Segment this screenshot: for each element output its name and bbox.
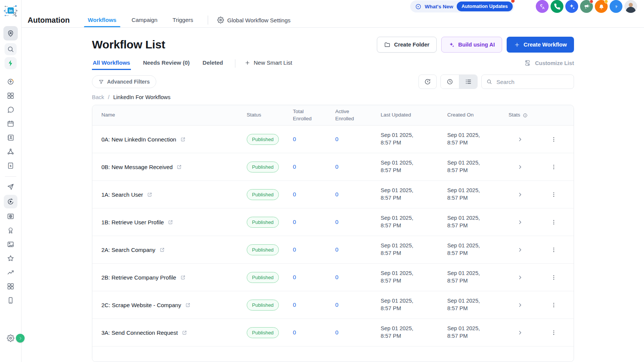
avatar[interactable] xyxy=(624,0,637,13)
page-title: Workflow List xyxy=(92,37,165,53)
external-link-icon[interactable] xyxy=(168,219,173,225)
phone-button[interactable] xyxy=(551,0,563,13)
sidebar-item-opportunities[interactable] xyxy=(5,146,17,158)
total-enrolled-link[interactable]: 0 xyxy=(293,163,296,170)
sidebar-item-contacts-pin[interactable] xyxy=(3,26,18,40)
sidebar-item-reporting[interactable] xyxy=(5,266,17,278)
total-enrolled-link[interactable]: 0 xyxy=(293,219,296,225)
stats-expand-button[interactable] xyxy=(515,134,525,144)
list-view-button[interactable] xyxy=(459,75,477,89)
external-link-icon[interactable] xyxy=(180,275,186,280)
workflow-name-link[interactable]: 1A: Search User xyxy=(101,191,143,198)
active-enrolled-link[interactable]: 0 xyxy=(335,219,338,225)
recent-view-button[interactable] xyxy=(441,75,459,89)
row-menu-button[interactable] xyxy=(548,244,559,255)
workflow-name-link[interactable]: 1B: Retrieve User Profile xyxy=(101,219,164,225)
sidebar-item-launchpad[interactable] xyxy=(5,76,17,88)
customize-list-button[interactable]: Customize List xyxy=(524,59,574,70)
active-enrolled-link[interactable]: 0 xyxy=(335,274,338,280)
external-link-icon[interactable] xyxy=(147,192,152,197)
sidebar-item-app-marketplace[interactable] xyxy=(5,280,17,292)
workflow-name-link[interactable]: 0B: New Message Received xyxy=(101,164,173,170)
bell-icon xyxy=(598,3,605,10)
sidebar-item-contacts[interactable] xyxy=(5,132,17,144)
stats-expand-button[interactable] xyxy=(515,244,525,255)
tab-deleted[interactable]: Deleted xyxy=(202,59,224,70)
search-input[interactable] xyxy=(496,78,569,85)
stats-expand-button[interactable] xyxy=(515,217,525,227)
sidebar-item-marketing-send[interactable] xyxy=(5,181,17,193)
sidebar-item-reputation[interactable] xyxy=(5,252,17,264)
stats-expand-button[interactable] xyxy=(515,272,525,283)
translate-button[interactable]: A xyxy=(536,0,549,13)
sidebar-item-media[interactable] xyxy=(5,238,17,250)
external-link-icon[interactable] xyxy=(180,137,186,142)
active-enrolled-link[interactable]: 0 xyxy=(335,329,338,336)
bell-button[interactable] xyxy=(595,0,608,13)
stats-expand-button[interactable] xyxy=(515,162,525,172)
workflow-name-link[interactable]: 2C: Scrape Website - Company xyxy=(101,302,181,308)
enrollment-history-button[interactable] xyxy=(418,75,437,89)
total-enrolled-link[interactable]: 0 xyxy=(293,329,296,336)
whats-new-pill[interactable]: What's New Automation Updates xyxy=(410,0,514,12)
external-link-icon[interactable] xyxy=(159,247,165,253)
active-enrolled-link[interactable]: 0 xyxy=(335,246,338,253)
total-enrolled-link[interactable]: 0 xyxy=(293,136,296,142)
total-enrolled-link[interactable]: 0 xyxy=(293,274,296,280)
create-workflow-button[interactable]: Create Workflow xyxy=(507,37,574,53)
sidebar-item-sites[interactable] xyxy=(5,210,17,222)
external-link-icon[interactable] xyxy=(185,302,191,308)
sidebar-expand-button[interactable] xyxy=(16,334,25,343)
sidebar-item-mobile[interactable] xyxy=(5,294,17,306)
workflow-name-link[interactable]: 2B: Retrieve Company Profile xyxy=(101,274,176,281)
new-smart-list-button[interactable]: New Smart List xyxy=(244,59,292,69)
sidebar-item-conversations[interactable] xyxy=(5,104,17,116)
tab-all-workflows[interactable]: All Workflows xyxy=(92,59,131,70)
row-menu-button[interactable] xyxy=(548,216,559,228)
automation-updates-badge[interactable]: Automation Updates xyxy=(457,2,513,11)
external-link-icon[interactable] xyxy=(176,164,182,170)
sidebar-item-search[interactable] xyxy=(5,43,17,55)
sidebar-item-memberships[interactable] xyxy=(5,224,17,236)
row-menu-button[interactable] xyxy=(548,272,559,283)
active-enrolled-link[interactable]: 0 xyxy=(335,301,338,308)
workflow-name-link[interactable]: 0A: New LinkedIn Connection xyxy=(101,136,176,143)
workflow-name-link[interactable]: 3A: Send Connection Request xyxy=(101,329,178,336)
total-enrolled-link[interactable]: 0 xyxy=(293,191,296,197)
settings-gear-icon[interactable] xyxy=(5,332,16,344)
row-menu-button[interactable] xyxy=(548,161,559,172)
breadcrumb-back-link[interactable]: Back xyxy=(92,94,104,100)
nav-tab-triggers[interactable]: Triggers xyxy=(172,13,194,27)
active-enrolled-link[interactable]: 0 xyxy=(335,163,338,170)
total-enrolled-link[interactable]: 0 xyxy=(293,301,296,308)
sidebar-item-dashboard[interactable] xyxy=(5,90,17,102)
row-menu-button[interactable] xyxy=(548,189,559,200)
row-menu-button[interactable] xyxy=(548,299,559,311)
row-menu-button[interactable] xyxy=(548,134,559,145)
active-enrolled-link[interactable]: 0 xyxy=(335,136,338,142)
workflow-name-link[interactable]: 2A: Search Company xyxy=(101,247,156,253)
sidebar-item-payments[interactable]: $ xyxy=(5,160,17,172)
sidebar-item-bolt[interactable] xyxy=(5,57,17,69)
stats-expand-button[interactable] xyxy=(515,189,525,200)
total-enrolled-link[interactable]: 0 xyxy=(293,246,296,253)
global-workflow-settings-link[interactable]: Global Workflow Settings xyxy=(217,17,291,23)
advanced-filters-button[interactable]: Advanced Filters xyxy=(92,75,156,88)
nav-tab-campaign[interactable]: Campaign xyxy=(131,13,158,27)
stats-expand-button[interactable] xyxy=(515,300,525,310)
external-link-icon[interactable] xyxy=(182,330,187,336)
stats-expand-button[interactable] xyxy=(515,327,525,338)
build-using-ai-button[interactable]: Build using AI xyxy=(441,37,502,53)
sparkles-button[interactable] xyxy=(565,0,578,13)
sidebar-item-calendar[interactable] xyxy=(5,118,17,130)
row-menu-button[interactable] xyxy=(548,327,559,338)
sidebar-item-automation[interactable] xyxy=(4,195,17,208)
megaphone-button[interactable] xyxy=(580,0,593,13)
created-on-value: Sep 01 2025,8:57 PM xyxy=(443,270,504,284)
active-enrolled-link[interactable]: 0 xyxy=(335,191,338,197)
nav-tab-workflows[interactable]: Workflows xyxy=(87,13,117,27)
tab-needs-review-0[interactable]: Needs Review (0) xyxy=(142,59,190,70)
help-button[interactable]: ? xyxy=(610,0,622,13)
create-folder-button[interactable]: Create Folder xyxy=(377,37,436,53)
funnel-icon xyxy=(98,79,104,85)
